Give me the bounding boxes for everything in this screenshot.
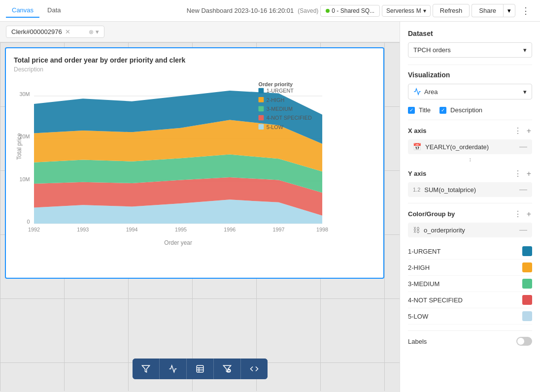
svg-rect-28 <box>259 115 264 121</box>
calendar-icon: 📅 <box>413 143 421 151</box>
size-label: M <box>416 7 421 14</box>
description-label: Description <box>450 106 482 114</box>
color-row-notspecified: 4-NOT SPECIFIED <box>408 292 532 308</box>
color-swatch-high[interactable] <box>522 262 532 272</box>
title-checkbox[interactable]: ✓ <box>408 107 415 114</box>
svg-text:1995: 1995 <box>175 227 187 232</box>
color-group-remove-button[interactable]: — <box>519 226 527 234</box>
y-axis-more-button[interactable]: ⋮ <box>513 169 523 178</box>
color-list: 1-URGENT 2-HIGH 3-MEDIUM 4-NOT SPECIFIED… <box>408 243 532 325</box>
serverless-select[interactable]: Serverless M ▾ <box>382 5 431 17</box>
share-button[interactable]: Share <box>472 4 503 17</box>
share-btn-group: Share ▾ <box>472 4 515 17</box>
svg-text:4-NOT SPECIFIED: 4-NOT SPECIFIED <box>267 115 312 121</box>
color-group-item-label: o_orderpriority <box>424 227 515 234</box>
dataset-select[interactable]: TPCH orders ▾ <box>408 42 532 58</box>
color-group-add-button[interactable]: + <box>526 210 532 219</box>
connection-status[interactable]: 0 - Shared SQ... <box>320 5 380 17</box>
color-row-high: 2-HIGH <box>408 260 532 276</box>
area-chart-icon <box>413 88 421 96</box>
chart-description: Description <box>14 66 375 73</box>
svg-text:Order year: Order year <box>164 239 192 246</box>
chevron-down-icon: ▾ <box>523 46 527 54</box>
color-group-title: Color/Group by <box>408 210 455 218</box>
filter-tag[interactable]: Clerk#000002976 ✕ ⊗ ▾ <box>6 26 104 38</box>
canvas-area: Clerk#000002976 ✕ ⊗ ▾ Total price and or… <box>0 22 400 392</box>
svg-rect-24 <box>259 97 264 102</box>
x-axis-more-button[interactable]: ⋮ <box>513 126 523 135</box>
y-axis-item: 1.2 SUM(o_totalprice) — <box>408 182 532 197</box>
x-axis-item-label: YEARLY(o_orderdate) <box>425 143 515 151</box>
numeric-icon: 1.2 <box>413 187 420 193</box>
svg-text:1998: 1998 <box>316 227 328 232</box>
filter-tag-value: Clerk#000002976 <box>11 28 62 35</box>
chart-toolbar-button[interactable] <box>160 359 187 379</box>
chevron-down-icon: ▾ <box>423 7 426 14</box>
saved-status: (Saved) <box>298 7 318 14</box>
filter-expand-icon[interactable]: ▾ <box>96 28 99 35</box>
color-group-more-button[interactable]: ⋮ <box>513 209 523 219</box>
x-axis-add-button[interactable]: + <box>526 127 532 135</box>
svg-text:1-URGENT: 1-URGENT <box>267 88 294 94</box>
y-axis-add-button[interactable]: + <box>526 169 532 178</box>
description-checkbox[interactable]: ✓ <box>439 107 446 114</box>
svg-rect-34 <box>197 365 203 372</box>
grid-canvas: Total price and order year by order prio… <box>0 42 400 391</box>
labels-row: Labels <box>408 337 532 346</box>
y-axis-section: Y axis ⋮ + 1.2 SUM(o_totalprice) — <box>408 169 532 197</box>
color-swatch-notspecified[interactable] <box>522 295 532 305</box>
color-group-controls: ⋮ + <box>513 209 532 219</box>
y-axis-remove-button[interactable]: — <box>519 185 527 194</box>
filter-clear-icon[interactable]: ⊗ <box>89 29 94 35</box>
color-swatch-urgent[interactable] <box>522 246 532 256</box>
chart-title: Total price and order year by order prio… <box>14 56 375 64</box>
svg-text:30M: 30M <box>19 91 30 97</box>
table-toolbar-button[interactable] <box>187 359 214 379</box>
dataset-label: Dataset <box>408 30 532 37</box>
y-axis-header: Y axis ⋮ + <box>408 169 532 178</box>
right-panel: Dataset TPCH orders ▾ Visualization Area… <box>400 22 540 392</box>
dataset-value: TPCH orders <box>413 46 451 54</box>
refresh-button[interactable]: Refresh <box>433 4 470 17</box>
check-icon: ✓ <box>441 107 445 113</box>
color-swatch-medium[interactable] <box>522 279 532 289</box>
status-text: 0 - Shared SQ... <box>332 7 374 14</box>
color-label-high: 2-HIGH <box>408 264 430 271</box>
visualization-select[interactable]: Area ▾ <box>408 84 532 99</box>
close-icon[interactable]: ✕ <box>65 28 70 35</box>
color-group-section: Color/Group by ⋮ + ⛓ o_orderpriority — <box>408 209 532 237</box>
svg-marker-33 <box>142 365 149 372</box>
y-axis-controls: ⋮ + <box>513 169 532 178</box>
group-icon: ⛓ <box>413 226 420 234</box>
tab-data[interactable]: Data <box>41 3 67 18</box>
svg-text:3-MEDIUM: 3-MEDIUM <box>267 106 293 112</box>
svg-rect-26 <box>259 106 264 111</box>
dashboard-info: New Dashboard 2023-10-16 16:20:01 (Saved… <box>187 7 319 14</box>
share-dropdown-button[interactable]: ▾ <box>503 4 515 17</box>
toggle-knob <box>517 338 524 345</box>
visualization-label: Visualization <box>408 71 532 79</box>
more-options-button[interactable]: ⋮ <box>517 3 534 18</box>
svg-text:1993: 1993 <box>77 227 89 232</box>
x-axis-title: X axis <box>408 127 427 134</box>
tab-canvas[interactable]: Canvas <box>6 3 39 18</box>
filter-bar: Clerk#000002976 ✕ ⊗ ▾ <box>0 22 400 42</box>
labels-toggle[interactable] <box>516 337 532 346</box>
serverless-label: Serverless <box>386 7 414 14</box>
x-axis-header: X axis ⋮ + <box>408 126 532 135</box>
chart-container: Total price and order year by order prio… <box>5 47 384 279</box>
color-label-medium: 3-MEDIUM <box>408 280 439 288</box>
chart-svg-wrapper: Total price 30M 20M 10M 0 <box>14 77 375 264</box>
funnel-toolbar-button[interactable] <box>214 359 241 379</box>
code-toolbar-button[interactable] <box>241 359 268 379</box>
x-axis-remove-button[interactable]: — <box>519 142 527 151</box>
check-icon: ✓ <box>409 107 413 113</box>
color-group-header: Color/Group by ⋮ + <box>408 209 532 219</box>
color-swatch-low[interactable] <box>522 311 532 321</box>
x-axis-section: X axis ⋮ + 📅 YEARLY(o_orderdate) — ↕ <box>408 126 532 163</box>
color-row-medium: 3-MEDIUM <box>408 276 532 292</box>
svg-rect-30 <box>259 124 264 130</box>
filter-toolbar-button[interactable] <box>133 359 160 379</box>
status-dot <box>326 9 330 13</box>
svg-text:0: 0 <box>27 219 30 225</box>
